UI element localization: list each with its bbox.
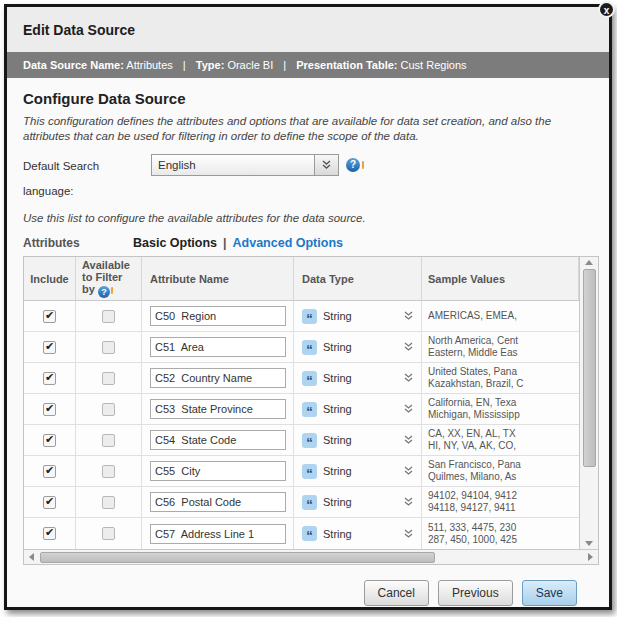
dropdown-chevron-icon[interactable]: [314, 155, 338, 175]
filter-checkbox[interactable]: [102, 310, 115, 323]
attribute-name-input[interactable]: [150, 399, 286, 419]
filter-checkbox[interactable]: [102, 527, 115, 540]
string-type-icon: “: [302, 526, 317, 541]
string-type-icon: “: [302, 371, 317, 386]
sample-values-line2: 287, 450, 1000, 425: [428, 534, 517, 546]
save-button[interactable]: Save: [522, 580, 577, 606]
info-value-name: Attributes: [126, 59, 172, 71]
header-filter: Available to Filter by ?: [76, 257, 142, 300]
dialog-title-bar: Edit Data Source: [7, 7, 609, 52]
data-type-value: String: [323, 465, 352, 477]
configure-description: This configuration defines the attribute…: [23, 114, 583, 144]
table-row: “String CA, XX, EN, AL, TXHI, NY, VA, AK…: [24, 425, 579, 456]
sample-values: California, EN, Texa: [428, 397, 520, 409]
include-checkbox[interactable]: [43, 341, 56, 354]
sample-values: United States, Pana: [428, 366, 524, 378]
include-checkbox[interactable]: [43, 465, 56, 478]
dropdown-chevron-icon[interactable]: [404, 435, 413, 445]
data-type-value: String: [323, 372, 352, 384]
sample-values-line2: 94118, 94127, 9411: [428, 502, 517, 514]
dropdown-chevron-icon[interactable]: [404, 497, 413, 507]
data-type-value: String: [323, 341, 352, 353]
vertical-scroll-thumb[interactable]: [583, 269, 596, 467]
header-attribute-name: Attribute Name: [142, 257, 294, 300]
sample-values: CA, XX, EN, AL, TX: [428, 428, 516, 440]
sample-values-line2: Michigan, Mississipp: [428, 409, 520, 421]
horizontal-scroll-thumb[interactable]: [40, 552, 435, 563]
language-help-wrap: ?: [346, 158, 364, 172]
table-row: “String San Francisco, PanaQuilmes, Mila…: [24, 456, 579, 487]
scroll-up-icon[interactable]: [585, 260, 593, 265]
sample-values: 511, 333, 4475, 230: [428, 522, 517, 534]
filter-checkbox[interactable]: [102, 372, 115, 385]
attribute-name-input[interactable]: [150, 306, 286, 326]
sample-values: San Francisco, Pana: [428, 459, 521, 471]
filter-checkbox[interactable]: [102, 403, 115, 416]
attribute-name-input[interactable]: [150, 368, 286, 388]
dropdown-chevron-icon[interactable]: [404, 342, 413, 352]
scroll-right-icon[interactable]: [588, 553, 593, 561]
include-checkbox[interactable]: [43, 403, 56, 416]
string-type-icon: “: [302, 309, 317, 324]
attributes-table: Include Available to Filter by ? Attribu…: [23, 256, 599, 565]
include-checkbox[interactable]: [43, 310, 56, 323]
dropdown-chevron-icon[interactable]: [404, 373, 413, 383]
cancel-button[interactable]: Cancel: [364, 580, 429, 606]
dialog-content: Configure Data Source This configuration…: [7, 78, 609, 606]
filter-checkbox[interactable]: [102, 465, 115, 478]
string-type-icon: “: [302, 433, 317, 448]
attribute-name-input[interactable]: [150, 524, 286, 544]
attributes-label: Attributes: [23, 236, 133, 250]
dialog-title: Edit Data Source: [23, 22, 593, 38]
configure-heading: Configure Data Source: [23, 90, 593, 107]
tab-advanced-options[interactable]: Advanced Options: [233, 236, 343, 250]
filter-checkbox[interactable]: [102, 496, 115, 509]
include-checkbox[interactable]: [43, 527, 56, 540]
attribute-name-input[interactable]: [150, 492, 286, 512]
table-row: “String California, EN, TexaMichigan, Mi…: [24, 394, 579, 425]
language-select[interactable]: English: [151, 154, 339, 176]
list-hint: Use this list to configure the available…: [23, 212, 593, 224]
previous-button[interactable]: Previous: [438, 580, 513, 606]
scroll-down-icon[interactable]: [585, 541, 593, 546]
include-checkbox[interactable]: [43, 496, 56, 509]
include-checkbox[interactable]: [43, 434, 56, 447]
options-divider: |: [217, 236, 233, 250]
tab-basic-options[interactable]: Basic Options: [133, 236, 217, 250]
dropdown-chevron-icon[interactable]: [404, 529, 413, 539]
dropdown-chevron-icon[interactable]: [404, 404, 413, 414]
data-type-value: String: [323, 403, 352, 415]
table-row: “String United States, PanaKazakhstan, B…: [24, 363, 579, 394]
include-checkbox[interactable]: [43, 372, 56, 385]
attributes-options-bar: Attributes Basic Options | Advanced Opti…: [23, 236, 593, 250]
language-select-value: English: [152, 155, 314, 175]
help-icon[interactable]: ?: [98, 286, 110, 298]
data-type-value: String: [323, 310, 352, 322]
table-row: “String 511, 333, 4475, 230287, 450, 100…: [24, 518, 579, 549]
attribute-name-input[interactable]: [150, 461, 286, 481]
filter-checkbox[interactable]: [102, 434, 115, 447]
scroll-left-icon[interactable]: [29, 553, 34, 561]
data-type-value: String: [323, 434, 352, 446]
help-icon[interactable]: ?: [346, 158, 360, 172]
info-separator: |: [176, 59, 193, 71]
dropdown-chevron-icon[interactable]: [404, 311, 413, 321]
horizontal-scrollbar[interactable]: [24, 549, 598, 564]
attribute-name-input[interactable]: [150, 337, 286, 357]
orange-tick-icon: [111, 287, 113, 294]
dropdown-chevron-icon[interactable]: [404, 466, 413, 476]
info-value-presentation-table: Cust Regions: [401, 59, 467, 71]
dialog-footer: Cancel Previous Save: [23, 565, 593, 606]
attribute-name-input[interactable]: [150, 430, 286, 450]
string-type-icon: “: [302, 402, 317, 417]
data-source-info-bar: Data Source Name: Attributes | Type: Ora…: [7, 52, 609, 78]
filter-checkbox[interactable]: [102, 341, 115, 354]
sample-values: AMERICAS, EMEA,: [428, 310, 517, 322]
string-type-icon: “: [302, 340, 317, 355]
info-separator: |: [276, 59, 293, 71]
info-label-name: Data Source Name:: [23, 59, 124, 71]
sample-values: 94102, 94104, 9412: [428, 490, 517, 502]
vertical-scrollbar[interactable]: [579, 257, 598, 549]
close-icon[interactable]: x: [598, 1, 615, 18]
info-label-presentation-table: Presentation Table:: [296, 59, 397, 71]
